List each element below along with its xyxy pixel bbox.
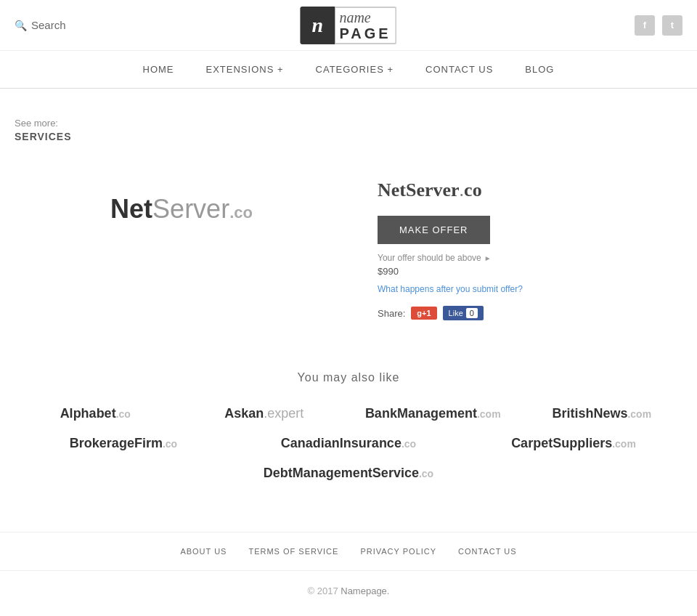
- domain-title-tld: co: [464, 179, 482, 200]
- logo-icon-box: n: [300, 7, 335, 44]
- search-label: Search: [31, 19, 66, 31]
- share-label: Share:: [378, 308, 405, 319]
- logo-page: PAGE: [339, 25, 391, 41]
- logo[interactable]: n name PAGE: [300, 7, 396, 44]
- nav-item-home[interactable]: HOME: [127, 51, 190, 88]
- similar-domain-askan[interactable]: Askan.expert: [184, 406, 346, 421]
- domain-logo-side: NetServer.co: [15, 165, 348, 254]
- domain-title-bold: NetServer: [378, 179, 460, 200]
- fb-count: 0: [466, 308, 478, 318]
- logo-name: name: [339, 9, 391, 25]
- domain-title: NetServer.co: [378, 179, 682, 201]
- nav-item-blog[interactable]: BLOG: [509, 51, 570, 88]
- domain-area: NetServer.co NetServer.co Make Offer You…: [15, 165, 682, 335]
- breadcrumb: See more: SERVICES: [15, 118, 682, 143]
- domain-info-side: NetServer.co Make Offer Your offer shoul…: [378, 165, 682, 335]
- make-offer-button[interactable]: Make Offer: [378, 216, 490, 244]
- domain-logo-light: Server: [152, 194, 229, 224]
- nav-item-categories[interactable]: CATEGORIES +: [300, 51, 409, 88]
- also-like-row-3: DebtManagementService.co: [15, 466, 682, 481]
- similar-domain-bankmanagement[interactable]: BankManagement.com: [352, 406, 514, 421]
- search-trigger[interactable]: 🔍 Search: [15, 19, 66, 31]
- domain-logo-bold: Net: [110, 194, 152, 224]
- gplus-button[interactable]: g+1: [411, 307, 436, 320]
- footer-namepage-link[interactable]: Namepage.: [341, 585, 389, 596]
- domain-logo-tld: .co: [229, 203, 253, 222]
- offer-price: $990: [378, 266, 682, 277]
- logo-text-box: name PAGE: [335, 7, 396, 44]
- fb-like-label: Like: [449, 309, 463, 317]
- nav-item-contact[interactable]: CONTACT US: [409, 51, 509, 88]
- arrow-icon: ►: [484, 254, 492, 262]
- also-like-row-2: BrokerageFirm.co CanadianInsurance.co Ca…: [15, 436, 682, 451]
- site-header: 🔍 Search n name PAGE f t: [0, 0, 697, 51]
- logo-cursive: n: [312, 14, 324, 37]
- twitter-icon[interactable]: t: [662, 15, 682, 36]
- footer-nav: ABOUT US TERMS OF SERVICE PRIVACY POLICY…: [0, 532, 697, 571]
- site-footer: ABOUT US TERMS OF SERVICE PRIVACY POLICY…: [0, 532, 697, 611]
- similar-domain-brokeragefirm[interactable]: BrokerageFirm.co: [15, 436, 232, 451]
- social-links: f t: [635, 15, 682, 36]
- footer-contact[interactable]: CONTACT US: [458, 547, 517, 556]
- nav-item-extensions[interactable]: EXTENSIONS +: [190, 51, 300, 88]
- also-like-row-1: Alphabet.co Askan.expert BankManagement.…: [15, 406, 682, 421]
- also-like-title: You may also like: [15, 371, 682, 384]
- footer-about[interactable]: ABOUT US: [180, 547, 227, 556]
- services-link[interactable]: SERVICES: [15, 131, 72, 142]
- see-more-label: See more:: [15, 118, 682, 129]
- similar-domain-debtmanagement[interactable]: DebtManagementService.co: [264, 466, 433, 481]
- similar-domain-britishnews[interactable]: BritishNews.com: [521, 406, 683, 421]
- footer-privacy[interactable]: PRIVACY POLICY: [360, 547, 436, 556]
- domain-logo-display: NetServer.co: [110, 194, 253, 224]
- offer-info-text: Your offer should be above ►: [378, 253, 682, 263]
- main-nav: HOME EXTENSIONS + CATEGORIES + CONTACT U…: [0, 51, 697, 89]
- similar-domain-alphabet[interactable]: Alphabet.co: [15, 406, 176, 421]
- search-icon: 🔍: [15, 20, 27, 31]
- footer-copyright: © 2017 Namepage.: [0, 571, 697, 611]
- facebook-icon[interactable]: f: [635, 15, 655, 36]
- similar-domain-canadianinsurance[interactable]: CanadianInsurance.co: [240, 436, 457, 451]
- also-like-section: You may also like Alphabet.co Askan.expe…: [15, 371, 682, 481]
- fb-like-button[interactable]: Like 0: [443, 306, 484, 320]
- footer-terms[interactable]: TERMS OF SERVICE: [248, 547, 338, 556]
- share-row: Share: g+1 Like 0: [378, 306, 682, 320]
- what-happens-link[interactable]: What happens after you submit offer?: [378, 284, 682, 294]
- main-content: See more: SERVICES NetServer.co NetServe…: [0, 89, 697, 510]
- similar-domain-carpetsuppliers[interactable]: CarpetSuppliers.com: [465, 436, 682, 451]
